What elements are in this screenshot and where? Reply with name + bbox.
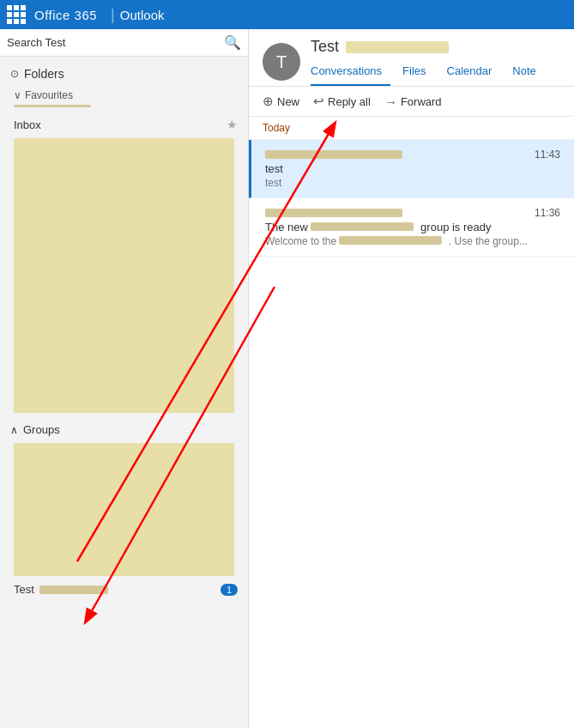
email-preview-2: Welcome to the . Use the group... bbox=[265, 235, 560, 247]
tab-calendar[interactable]: Calendar bbox=[447, 61, 501, 86]
email-item-header: 11:36 bbox=[265, 207, 560, 219]
email-item[interactable]: 11:36 The new group is ready Welcome to … bbox=[249, 198, 574, 257]
subject-prefix: The new bbox=[265, 221, 311, 234]
email-preview: test bbox=[265, 177, 560, 189]
subject-placeholder bbox=[311, 222, 414, 231]
groups-section: ∧ Groups bbox=[0, 416, 248, 440]
topbar: Office 365 | Outlook bbox=[0, 0, 574, 29]
favourites-section: ∨ Favourites bbox=[0, 88, 248, 112]
folders-section: ⊙ Folders bbox=[0, 57, 248, 88]
email-item-header: 11:43 bbox=[265, 149, 560, 161]
forward-label: Forward bbox=[401, 95, 442, 108]
reply-all-button[interactable]: ↩ Reply all bbox=[313, 94, 371, 109]
app-grid-icon[interactable] bbox=[7, 5, 26, 24]
group-name-placeholder bbox=[346, 41, 449, 53]
main-layout: 🔍 ⊙ Folders ∨ Favourites Inbox ★ bbox=[0, 29, 574, 728]
groups-chevron-icon: ∧ bbox=[10, 424, 18, 436]
outlook-label: Outlook bbox=[120, 8, 165, 22]
avatar-letter: T bbox=[276, 52, 287, 72]
forward-icon: → bbox=[384, 94, 397, 109]
main-panel: T Test Conversations Files Calendar Note… bbox=[249, 29, 574, 728]
groups-label: Groups bbox=[23, 423, 60, 436]
subject-suffix: group is ready bbox=[420, 221, 491, 234]
groups-placeholder bbox=[14, 443, 234, 576]
inbox-row[interactable]: Inbox ★ bbox=[0, 112, 248, 135]
email-sender-placeholder bbox=[265, 150, 402, 159]
group-item-label: Test bbox=[14, 583, 34, 596]
inbox-star-icon: ★ bbox=[227, 118, 238, 131]
preview-placeholder bbox=[339, 236, 442, 245]
email-list: 11:43 test test 11:36 The new group is r… bbox=[249, 140, 574, 728]
email-time-2: 11:36 bbox=[535, 207, 560, 219]
tab-conversations[interactable]: Conversations bbox=[311, 61, 390, 86]
group-info: Test Conversations Files Calendar Note bbox=[311, 38, 560, 86]
search-bar: 🔍 bbox=[0, 29, 248, 57]
search-button[interactable]: 🔍 bbox=[224, 34, 241, 51]
favourites-label: Favourites bbox=[25, 89, 73, 101]
group-item-sublabel bbox=[39, 585, 108, 594]
group-name: Test bbox=[311, 38, 339, 56]
sidebar: 🔍 ⊙ Folders ∨ Favourites Inbox ★ bbox=[0, 29, 249, 728]
group-item-left: Test bbox=[14, 583, 108, 596]
group-header: T Test Conversations Files Calendar Note bbox=[249, 29, 574, 87]
search-input[interactable] bbox=[7, 36, 224, 49]
reply-all-icon: ↩ bbox=[313, 94, 324, 109]
preview-prefix: Welcome to the bbox=[265, 235, 339, 247]
folders-label: Folders bbox=[24, 67, 64, 81]
inbox-placeholder bbox=[14, 138, 234, 413]
office365-label: Office 365 bbox=[34, 8, 97, 22]
group-item-row[interactable]: Test 1 bbox=[0, 579, 248, 596]
preview-suffix: . Use the group... bbox=[449, 235, 528, 247]
email-subject: test bbox=[265, 162, 560, 175]
favourites-bar bbox=[14, 105, 91, 107]
email-sender-placeholder-2 bbox=[265, 209, 402, 217]
toolbar: ⊕ New ↩ Reply all → Forward bbox=[249, 87, 574, 117]
inbox-label: Inbox bbox=[14, 118, 41, 131]
new-icon: ⊕ bbox=[263, 94, 274, 109]
new-button[interactable]: ⊕ New bbox=[263, 94, 299, 109]
folders-chevron-icon: ⊙ bbox=[10, 68, 19, 80]
today-label: Today bbox=[249, 117, 574, 140]
group-tabs: Conversations Files Calendar Note bbox=[311, 61, 560, 86]
reply-all-label: Reply all bbox=[328, 95, 371, 108]
tab-note[interactable]: Note bbox=[512, 61, 544, 86]
email-item[interactable]: 11:43 test test bbox=[249, 140, 574, 198]
new-label: New bbox=[277, 95, 299, 108]
topbar-divider: | bbox=[111, 6, 115, 24]
forward-button[interactable]: → Forward bbox=[384, 94, 442, 109]
avatar: T bbox=[263, 43, 300, 81]
groups-header[interactable]: ∧ Groups bbox=[10, 423, 238, 436]
group-name-row: Test bbox=[311, 38, 560, 56]
email-subject-2: The new group is ready bbox=[265, 221, 560, 234]
folders-header[interactable]: ⊙ Folders bbox=[10, 64, 238, 84]
favourites-header[interactable]: ∨ Favourites bbox=[14, 89, 238, 101]
group-item-badge: 1 bbox=[221, 584, 238, 596]
email-time: 11:43 bbox=[535, 149, 560, 161]
favourites-chevron-icon: ∨ bbox=[14, 89, 21, 101]
tab-files[interactable]: Files bbox=[402, 61, 434, 86]
